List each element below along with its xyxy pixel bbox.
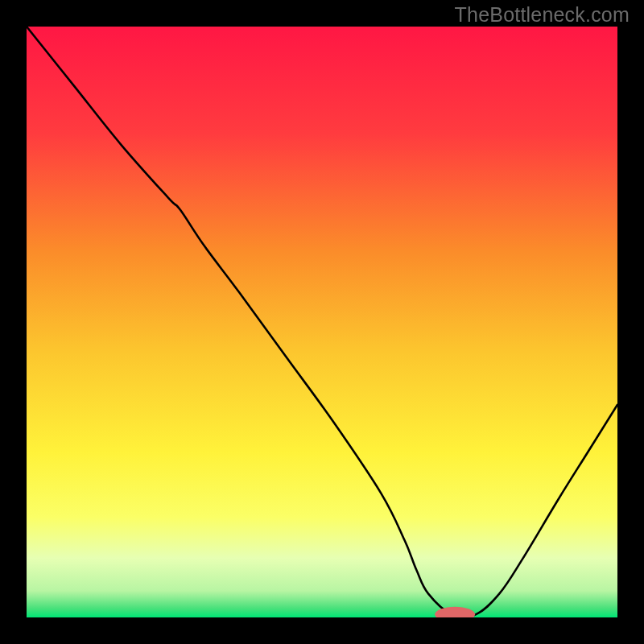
- chart-svg: [27, 27, 617, 617]
- chart-frame: TheBottleneck.com: [0, 0, 644, 644]
- plot-area: [27, 27, 617, 617]
- gradient-rect: [27, 27, 617, 617]
- watermark-text: TheBottleneck.com: [455, 3, 630, 27]
